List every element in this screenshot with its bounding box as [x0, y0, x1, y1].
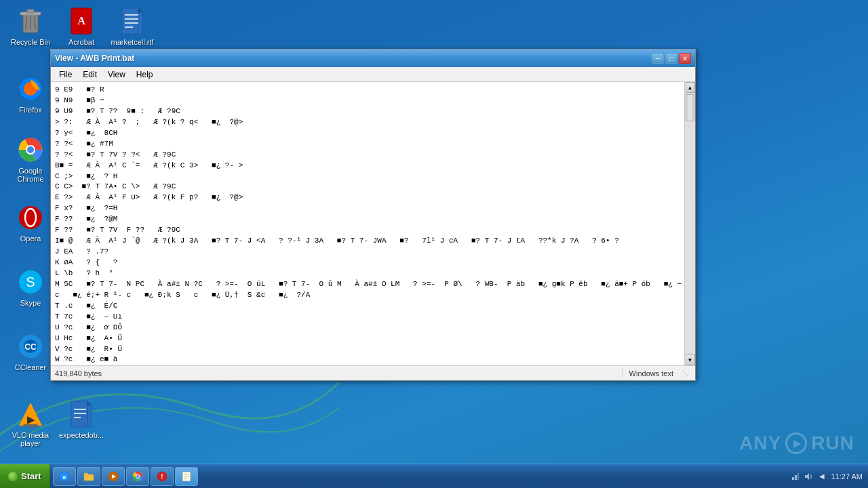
- opera-label: Opera: [20, 235, 41, 243]
- firefox-label: Firefox: [19, 106, 42, 114]
- menu-edit[interactable]: Edit: [77, 68, 102, 81]
- desktop-icon-vlc[interactable]: ▶ VLC media player: [7, 400, 54, 447]
- svg-marker-52: [805, 473, 809, 480]
- scrollbar-up-button[interactable]: ▲: [686, 82, 695, 93]
- svg-marker-9: [138, 8, 142, 12]
- taskbar-notepad-button[interactable]: [175, 467, 198, 486]
- recycle-bin-label: Recycle Bin: [11, 38, 50, 46]
- resize-grip-icon[interactable]: ⋱: [680, 368, 691, 379]
- menu-help[interactable]: Help: [131, 68, 159, 81]
- svg-text:▶: ▶: [27, 414, 35, 425]
- anyrun-text-run: RUN: [811, 432, 854, 454]
- svg-text:S: S: [26, 274, 35, 289]
- vertical-scrollbar[interactable]: ▲ ▼: [684, 82, 695, 365]
- desktop: Recycle Bin A Acrobat marketcell.rtf: [0, 0, 868, 488]
- svg-point-19: [27, 146, 34, 153]
- minimize-button[interactable]: ─: [652, 53, 664, 64]
- start-button[interactable]: Start: [0, 464, 50, 488]
- desktop-icon-firefox[interactable]: Firefox: [7, 75, 54, 114]
- svg-text:e: e: [62, 474, 66, 481]
- desktop-icon-opera[interactable]: Opera: [7, 203, 54, 243]
- chrome-label: Google Chrome: [7, 167, 54, 183]
- svg-line-5: [35, 16, 35, 30]
- close-button[interactable]: ✕: [679, 53, 691, 64]
- recycle-bin-icon: [16, 7, 45, 35]
- start-orb-icon: [8, 472, 18, 481]
- system-tray: ◀: [789, 471, 827, 482]
- svg-line-3: [26, 16, 26, 30]
- ccleaner-label: CCleaner: [15, 363, 46, 371]
- notepad-icon: [181, 471, 192, 482]
- desktop-icon-marketcell[interactable]: marketcell.rtf: [108, 7, 156, 46]
- tray-network-icon: [789, 471, 800, 482]
- taskbar-apps: e: [50, 464, 201, 488]
- taskbar: Start e: [0, 464, 868, 488]
- svg-text:A: A: [77, 15, 85, 26]
- ccleaner-icon: CC: [16, 332, 45, 361]
- menu-view[interactable]: View: [102, 68, 131, 81]
- window-title: View - AWB Print.bat: [55, 54, 652, 63]
- desktop-icon-recycle-bin[interactable]: Recycle Bin: [7, 7, 54, 46]
- acrobat-label: Acrobat: [68, 38, 94, 46]
- main-window: View - AWB Print.bat ─ □ ✕ File Edit Vie…: [50, 49, 696, 381]
- menu-file[interactable]: File: [54, 68, 77, 81]
- svg-rect-30: [71, 401, 87, 427]
- taskbar-chrome-icon: [132, 471, 143, 482]
- folder-icon: [83, 471, 94, 482]
- security-icon: !: [157, 471, 167, 482]
- mediaplayer-icon: [108, 471, 119, 482]
- desktop-icon-ccleaner[interactable]: CC CCleaner: [7, 332, 54, 371]
- taskbar-chrome-button[interactable]: [126, 467, 149, 486]
- restore-button[interactable]: □: [665, 53, 677, 64]
- svg-point-42: [136, 475, 139, 478]
- taskbar-right: ◀ 11:27 AM: [784, 471, 868, 482]
- network-icon: [790, 472, 800, 481]
- svg-rect-51: [797, 473, 799, 480]
- marketcell-label: marketcell.rtf: [111, 38, 154, 46]
- scrollbar-thumb[interactable]: [686, 94, 694, 121]
- desktop-icon-acrobat[interactable]: A Acrobat: [58, 7, 105, 46]
- start-label: Start: [21, 471, 41, 481]
- status-bytes: 419,840 bytes: [55, 369, 622, 378]
- tray-arrow-icon[interactable]: ◀: [816, 471, 827, 482]
- svg-marker-31: [87, 401, 92, 405]
- desktop-icon-google-chrome[interactable]: Google Chrome: [7, 136, 54, 183]
- taskbar-mediaplayer-button[interactable]: [102, 467, 125, 486]
- window-statusbar: 419,840 bytes Windows text ⋱: [51, 365, 695, 380]
- acrobat-icon: A: [67, 7, 96, 35]
- vlc-icon: ▶: [16, 400, 45, 428]
- window-titlebar[interactable]: View - AWB Print.bat ─ □ ✕: [51, 49, 695, 67]
- taskbar-folder-button[interactable]: [77, 467, 100, 486]
- window-content: 9 E9 ■? R 9 N9 ■β ~ 9 U9 ■? T 7? 9■ : Æ …: [51, 82, 695, 365]
- anyrun-text-any: ANY: [739, 432, 781, 454]
- taskbar-security-button[interactable]: !: [151, 467, 174, 486]
- skype-icon: S: [16, 268, 45, 296]
- svg-rect-49: [792, 477, 794, 480]
- opera-icon: [16, 203, 45, 232]
- status-encoding: Windows text: [622, 369, 680, 378]
- skype-label: Skype: [20, 299, 41, 307]
- file-content: 9 E9 ■? R 9 N9 ■β ~ 9 U9 ■? T 7? 9■ : Æ …: [51, 82, 684, 365]
- svg-text:CC: CC: [24, 342, 37, 352]
- taskbar-ie-button[interactable]: e: [53, 467, 76, 486]
- firefox-icon: [16, 75, 45, 103]
- svg-rect-32: [87, 405, 92, 427]
- svg-text:!: !: [161, 473, 163, 481]
- expectedob-icon: [67, 400, 96, 428]
- desktop-icon-skype[interactable]: S Skype: [7, 268, 54, 307]
- desktop-icon-expectedob[interactable]: expectedob...: [58, 400, 105, 439]
- volume-icon: [804, 472, 813, 481]
- marketcell-icon: [118, 7, 146, 35]
- chrome-icon: [16, 136, 45, 164]
- tray-volume-icon: [803, 471, 814, 482]
- window-controls: ─ □ ✕: [652, 53, 691, 64]
- anyrun-play-icon: ▶: [785, 432, 807, 454]
- taskbar-time: 11:27 AM: [831, 472, 863, 481]
- scrollbar-track[interactable]: [685, 93, 695, 354]
- scrollbar-down-button[interactable]: ▼: [686, 354, 695, 365]
- window-menubar: File Edit View Help: [51, 67, 695, 82]
- svg-rect-8: [122, 8, 138, 34]
- svg-rect-10: [138, 12, 142, 34]
- svg-rect-50: [795, 475, 797, 480]
- anyrun-watermark: ANY ▶ RUN: [739, 432, 854, 454]
